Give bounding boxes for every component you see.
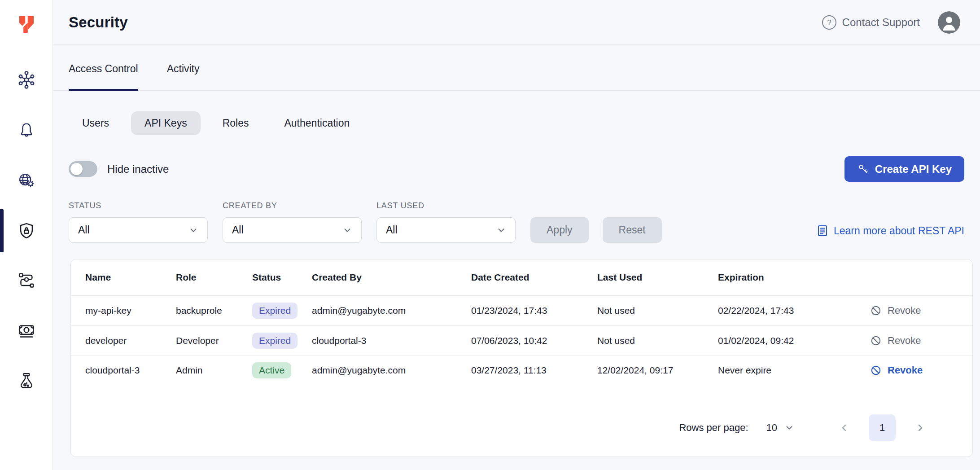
sidebar-item-clusters[interactable] <box>0 65 52 95</box>
chevron-down-icon <box>784 423 794 433</box>
table-row: my-api-key backuprole Expired admin@yuga… <box>71 296 972 325</box>
apply-button[interactable]: Apply <box>530 217 589 243</box>
hide-inactive-toggle[interactable] <box>69 161 97 177</box>
filter-last-used-label: LAST USED <box>376 201 516 211</box>
last-used-select[interactable]: All <box>376 217 516 243</box>
document-icon <box>817 224 828 237</box>
revoke-label: Revoke <box>888 335 921 347</box>
active-indicator <box>0 209 4 252</box>
cell-last-used: Not used <box>597 335 718 346</box>
sidebar-item-security[interactable] <box>0 215 52 246</box>
status-badge: Active <box>252 362 291 378</box>
col-header-name: Name <box>85 272 176 283</box>
subtab-roles[interactable]: Roles <box>209 111 262 135</box>
cell-date-created: 03/27/2023, 11:13 <box>471 365 597 376</box>
cell-expiration: 01/02/2024, 09:42 <box>718 335 869 346</box>
cell-created-by: admin@yugabyte.com <box>312 305 471 316</box>
page-header: Security ? Contact Support <box>53 0 980 45</box>
sidebar <box>0 0 53 470</box>
previous-page-button[interactable] <box>839 422 850 433</box>
main-area: Security ? Contact Support <box>53 0 980 470</box>
rows-per-page-value: 10 <box>766 422 777 434</box>
created-by-select[interactable]: All <box>223 217 362 243</box>
cell-name: my-api-key <box>85 305 176 316</box>
col-header-date-created: Date Created <box>471 272 597 283</box>
chevron-down-icon <box>496 225 506 235</box>
tab-bar: Access Control Activity <box>53 45 980 91</box>
pagination: Rows per page: 10 1 <box>71 403 972 457</box>
filter-created-by-label: CREATED BY <box>223 201 362 211</box>
status-badge: Expired <box>252 303 298 319</box>
learn-more-label: Learn more about REST API <box>834 225 964 237</box>
tab-access-control[interactable]: Access Control <box>69 45 138 90</box>
cell-name: developer <box>85 335 176 346</box>
revoke-button[interactable]: Revoke <box>869 364 923 377</box>
cell-role: Admin <box>176 365 252 376</box>
sidebar-item-billing[interactable] <box>0 316 52 347</box>
chevron-down-icon <box>342 225 352 235</box>
header-right: ? Contact Support <box>822 11 960 34</box>
api-keys-table-card: Name Role Status Created By Date Created… <box>70 259 973 457</box>
revoke-button[interactable]: Revoke <box>869 334 921 347</box>
contact-support-link[interactable]: ? Contact Support <box>822 15 920 30</box>
sidebar-item-alerts[interactable] <box>0 115 52 145</box>
chevron-left-icon <box>839 422 850 433</box>
status-badge: Expired <box>252 333 298 349</box>
block-icon <box>869 364 883 377</box>
chevron-down-icon <box>188 225 198 235</box>
cell-date-created: 01/23/2024, 17:43 <box>471 305 597 316</box>
globe-gear-icon <box>16 170 37 191</box>
cluster-icon <box>16 70 37 90</box>
svg-text:?: ? <box>827 18 831 27</box>
yugabyte-logo-glyph <box>16 13 37 35</box>
revoke-label: Revoke <box>888 365 923 376</box>
create-api-key-button[interactable]: Create API Key <box>844 156 964 182</box>
sidebar-item-integrations[interactable] <box>0 266 52 296</box>
col-header-expiration: Expiration <box>718 272 869 283</box>
learn-more-link[interactable]: Learn more about REST API <box>817 224 964 243</box>
next-page-button[interactable] <box>914 422 925 433</box>
table-row: developer Developer Expired cloudportal-… <box>71 325 972 355</box>
integrations-workflow-icon <box>16 271 37 291</box>
yugabyte-logo[interactable] <box>14 12 39 37</box>
chevron-right-icon <box>914 422 925 433</box>
security-shield-icon <box>16 220 37 241</box>
subtab-authentication[interactable]: Authentication <box>271 111 363 135</box>
key-icon <box>857 163 869 175</box>
filter-status: STATUS All <box>69 201 208 243</box>
cell-last-used: Not used <box>597 305 718 316</box>
col-header-status: Status <box>252 272 312 283</box>
avatar-person-icon <box>938 11 960 34</box>
filters-row: STATUS All CREATED BY All LAST USED All <box>69 201 964 243</box>
revoke-button[interactable]: Revoke <box>869 304 921 317</box>
filter-last-used: LAST USED All <box>376 201 516 243</box>
tab-activity[interactable]: Activity <box>167 45 200 90</box>
sidebar-item-labs[interactable] <box>0 366 52 397</box>
subtab-users[interactable]: Users <box>69 111 122 135</box>
revoke-label: Revoke <box>888 305 921 316</box>
cell-name: cloudportal-3 <box>85 365 176 376</box>
labs-flask-icon <box>16 371 37 392</box>
user-avatar[interactable] <box>938 11 960 34</box>
subtab-api-keys[interactable]: API Keys <box>131 111 201 135</box>
status-select[interactable]: All <box>69 217 208 243</box>
block-icon <box>869 304 883 317</box>
controls-row: Hide inactive Create API Key <box>69 156 964 182</box>
filter-status-label: STATUS <box>69 201 208 211</box>
status-select-value: All <box>78 224 90 236</box>
contact-support-label: Contact Support <box>842 16 920 29</box>
reset-button[interactable]: Reset <box>603 217 662 243</box>
page-navigation: 1 <box>839 414 925 441</box>
rows-per-page-select[interactable]: 10 <box>766 422 794 434</box>
subtab-bar: Users API Keys Roles Authentication <box>69 111 964 135</box>
col-header-role: Role <box>176 272 252 283</box>
help-circle-icon: ? <box>822 15 837 30</box>
create-api-key-label: Create API Key <box>875 163 952 176</box>
col-header-created-by: Created By <box>312 272 471 283</box>
sidebar-item-network[interactable] <box>0 165 52 196</box>
page-number-button[interactable]: 1 <box>869 414 896 441</box>
block-icon <box>869 334 883 347</box>
bell-icon <box>16 120 37 141</box>
hide-inactive-label: Hide inactive <box>107 163 169 176</box>
sidebar-nav <box>0 65 52 417</box>
